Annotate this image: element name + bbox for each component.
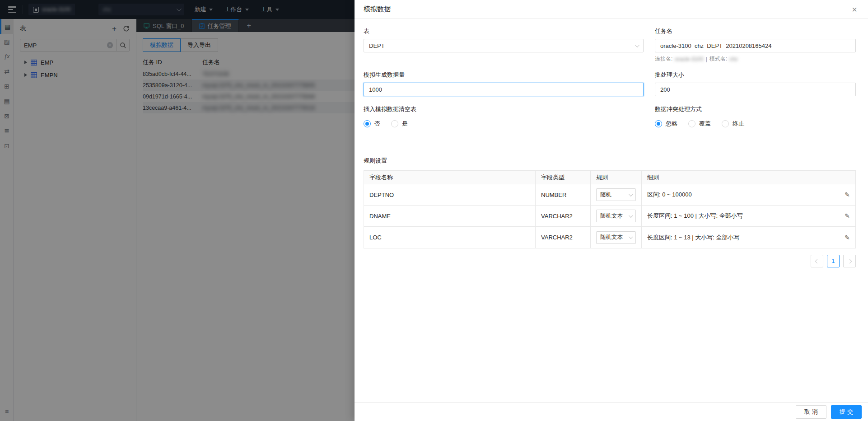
rule-select-value: 随机	[600, 191, 611, 199]
field-name-cell: DNAME	[364, 206, 536, 226]
field-conflict: 数据冲突处理方式 忽略 覆盖 终止	[655, 105, 856, 131]
radio-selected-icon	[655, 120, 662, 127]
radio-conflict-overwrite[interactable]: 覆盖	[688, 120, 711, 128]
radio-conflict-ignore[interactable]: 忽略	[655, 120, 677, 128]
edit-icon[interactable]: ✎	[845, 234, 850, 241]
radio-label: 覆盖	[699, 120, 711, 128]
schema-value-redacted: chz	[729, 56, 738, 62]
pagination: 1	[364, 255, 856, 267]
drawer-body: 表 DEPT 任务名 连接名: oracle-3100 | 模式名: chz	[355, 19, 868, 402]
conflict-label: 数据冲突处理方式	[655, 105, 856, 113]
drawer-title: 模拟数据	[364, 5, 850, 14]
rule-detail-text: 区间: 0 ~ 100000	[647, 191, 692, 199]
task-name-field-label: 任务名	[655, 27, 856, 35]
rules-section-title: 规则设置	[364, 157, 856, 165]
radio-selected-icon	[364, 120, 371, 127]
rules-table: 字段名称 字段类型 规则 细则 DEPTNO NUMBER 随机	[364, 170, 856, 248]
chevron-left-icon	[815, 259, 819, 263]
conn-value-redacted: oracle-3100	[675, 56, 703, 62]
rules-row: DNAME VARCHAR2 随机文本 长度区间: 1 ~ 100 | 大小写:…	[364, 206, 855, 227]
field-name-cell: LOC	[364, 227, 536, 248]
radio-unselected-icon	[391, 120, 398, 127]
rule-select-value: 随机文本	[600, 234, 623, 241]
radio-label: 终止	[733, 120, 744, 128]
app-root: oracle-3100 chz 新建 工作台 工具 ▦ ▨ ƒx ⇄ ⊞	[0, 0, 868, 421]
helper-separator: |	[706, 56, 707, 62]
rule-detail-text: 长度区间: 1 ~ 100 | 大小写: 全部小写	[647, 212, 743, 220]
table-select[interactable]: DEPT	[364, 39, 644, 52]
cancel-button[interactable]: 取消	[796, 405, 826, 419]
rules-row: DEPTNO NUMBER 随机 区间: 0 ~ 100000 ✎	[364, 184, 855, 206]
field-task-name: 任务名 连接名: oracle-3100 | 模式名: chz	[655, 27, 856, 63]
radio-truncate-yes[interactable]: 是	[391, 120, 408, 128]
radio-label: 忽略	[666, 120, 677, 128]
mock-data-drawer: 模拟数据 × 表 DEPT 任务名 连接名: oracl	[355, 0, 868, 421]
batch-size-input[interactable]	[655, 83, 856, 96]
chevron-down-icon	[629, 234, 633, 239]
rule-select[interactable]: 随机	[596, 188, 636, 201]
col-field-type: 字段类型	[536, 171, 591, 184]
table-field-label: 表	[364, 27, 644, 35]
field-type-cell: VARCHAR2	[536, 227, 591, 248]
edit-icon[interactable]: ✎	[845, 191, 850, 198]
chevron-right-icon	[847, 259, 852, 263]
submit-button[interactable]: 提交	[831, 405, 862, 419]
col-rule: 规则	[591, 171, 642, 184]
rule-select[interactable]: 随机文本	[596, 210, 636, 222]
rule-select[interactable]: 随机文本	[596, 231, 636, 244]
radio-unselected-icon	[688, 120, 695, 127]
batch-size-label: 批处理大小	[655, 71, 856, 79]
col-detail: 细则	[642, 171, 855, 184]
drawer-header: 模拟数据 ×	[355, 0, 868, 19]
field-table: 表 DEPT	[364, 27, 644, 63]
field-type-cell: VARCHAR2	[536, 206, 591, 226]
field-row-count: 模拟生成数据量	[364, 71, 644, 96]
task-name-input[interactable]	[655, 39, 856, 52]
row-count-input[interactable]	[364, 83, 644, 96]
field-truncate: 插入模拟数据清空表 否 是	[364, 105, 644, 131]
radio-label: 否	[374, 120, 380, 128]
chevron-down-icon	[635, 43, 639, 47]
schema-label: 模式名:	[709, 55, 727, 63]
chevron-down-icon	[629, 213, 633, 218]
page-number-button[interactable]: 1	[827, 255, 840, 267]
rule-detail-text: 长度区间: 1 ~ 13 | 大小写: 全部小写	[647, 234, 740, 242]
radio-truncate-no[interactable]: 否	[364, 120, 380, 128]
field-name-cell: DEPTNO	[364, 184, 536, 205]
close-icon[interactable]: ×	[850, 4, 859, 15]
drawer-footer: 取消 提交	[355, 402, 868, 421]
radio-label: 是	[402, 120, 408, 128]
radio-conflict-abort[interactable]: 终止	[722, 120, 744, 128]
radio-unselected-icon	[722, 120, 729, 127]
edit-icon[interactable]: ✎	[845, 212, 850, 220]
field-batch-size: 批处理大小	[655, 71, 856, 96]
table-select-value: DEPT	[369, 42, 385, 49]
connection-helper: 连接名: oracle-3100 | 模式名: chz	[655, 55, 856, 63]
field-type-cell: NUMBER	[536, 184, 591, 205]
col-field-name: 字段名称	[364, 171, 536, 184]
rules-row: LOC VARCHAR2 随机文本 长度区间: 1 ~ 13 | 大小写: 全部…	[364, 227, 855, 248]
row-count-label: 模拟生成数据量	[364, 71, 644, 79]
truncate-label: 插入模拟数据清空表	[364, 105, 644, 113]
chevron-down-icon	[629, 192, 633, 196]
rule-select-value: 随机文本	[600, 212, 623, 220]
next-page-button[interactable]	[843, 255, 856, 267]
prev-page-button[interactable]	[811, 255, 823, 267]
conn-label: 连接名:	[655, 55, 672, 63]
rules-table-header: 字段名称 字段类型 规则 细则	[364, 171, 855, 184]
